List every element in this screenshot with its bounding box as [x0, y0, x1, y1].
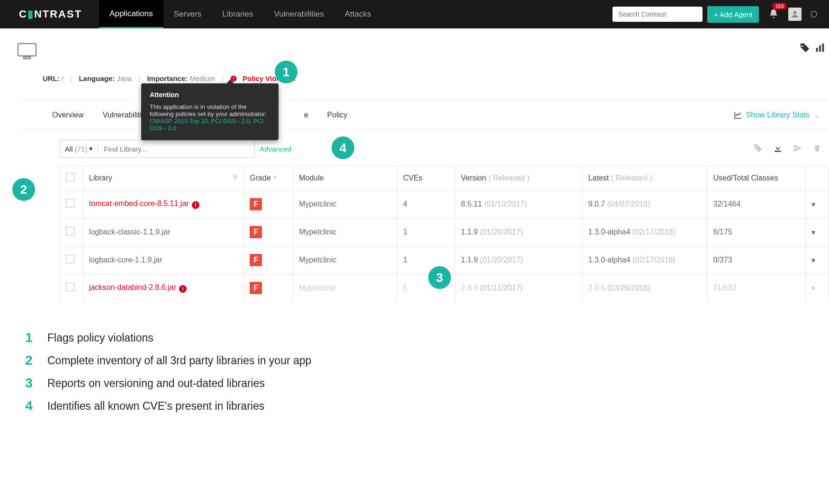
classes-cell: 32/1464	[707, 190, 806, 218]
overflow-char: O	[810, 9, 818, 20]
callout-1: 1	[275, 61, 297, 83]
col-library[interactable]: Library ⇅	[83, 166, 243, 190]
library-name[interactable]: jackson-databind-2.8.6.jar	[89, 283, 176, 291]
col-version[interactable]: Version ( Released )	[455, 166, 583, 190]
legend-number: 1	[22, 330, 36, 345]
legend-number: 3	[22, 376, 36, 391]
find-library-input[interactable]	[98, 140, 254, 157]
legend-number: 2	[22, 353, 36, 368]
notifications-button[interactable]: 168	[768, 9, 779, 20]
nav-libraries[interactable]: Libraries	[212, 0, 263, 28]
module-cell: Mypetclinic	[293, 190, 397, 218]
alert-icon: !	[179, 285, 187, 293]
select-all-checkbox[interactable]	[66, 173, 74, 181]
grade-badge: F	[250, 254, 262, 266]
col-cves[interactable]: CVEs	[397, 166, 455, 190]
importance-label: Importance:	[147, 74, 188, 82]
row-checkbox[interactable]	[66, 199, 74, 207]
bell-icon	[768, 9, 779, 19]
logo-text: C	[19, 8, 27, 20]
latest-cell: 2.9.5 (03/26/2018)	[582, 274, 707, 302]
expand-row[interactable]: ▾	[806, 246, 829, 274]
tab-policy[interactable]: Policy	[318, 111, 357, 119]
svg-rect-3	[819, 45, 821, 52]
legend-row: 1Flags policy violations	[22, 330, 829, 345]
row-checkbox[interactable]	[66, 227, 74, 235]
legend-text: Flags policy violations	[47, 332, 153, 344]
app-meta-row: URL: / | Language: Java | Importance: Me…	[43, 74, 829, 82]
latest-cell: 1.3.0-alpha4 (02/17/2018)	[582, 218, 707, 246]
classes-cell: 41/582	[707, 274, 806, 302]
legend-row: 4Identifies all known CVE's present in l…	[22, 398, 829, 414]
callout-2: 2	[12, 178, 35, 201]
trash-icon[interactable]	[813, 144, 821, 154]
top-nav: C▮NTRAST Applications Servers Libraries …	[0, 0, 829, 28]
advanced-link[interactable]: Advanced	[260, 145, 291, 153]
legend-list: 1Flags policy violations2Complete invent…	[22, 330, 829, 414]
callout-3: 3	[428, 266, 451, 289]
tooltip-policy-links[interactable]: OWASP 2013 Top 10, PCI DSS - 2.0, PCI DS…	[150, 117, 263, 132]
col-module[interactable]: Module	[293, 166, 397, 190]
classes-cell: 6/175	[707, 218, 806, 246]
importance-value: Medium	[189, 74, 215, 82]
show-stats-label: Show Library Stats	[746, 111, 810, 119]
library-name[interactable]: logback-core-1.1.9.jar	[89, 256, 162, 264]
chevron-down-icon: ⌄	[813, 111, 820, 120]
expand-row[interactable]: ▾	[806, 274, 829, 302]
filter-all-dropdown[interactable]: All (71) ▾	[60, 144, 98, 153]
add-agent-button[interactable]: + Add Agent	[707, 6, 759, 23]
caret-down-icon: ▾	[89, 144, 93, 153]
nav-servers[interactable]: Servers	[163, 0, 212, 28]
svg-rect-6	[233, 77, 234, 79]
show-library-stats-button[interactable]: Show Library Stats ⌄	[734, 111, 820, 120]
nav-attacks[interactable]: Attacks	[334, 0, 382, 28]
grade-badge: F	[250, 282, 262, 294]
library-name[interactable]: tomcat-embed-core-8.5.11.jar	[89, 199, 189, 207]
download-icon[interactable]	[773, 144, 783, 154]
grade-badge: F	[250, 198, 262, 210]
tag-icon[interactable]	[800, 43, 810, 54]
notification-count-badge: 168	[772, 3, 786, 9]
library-name[interactable]: logback-classic-1.1.9.jar	[89, 228, 171, 236]
row-checkbox[interactable]	[66, 283, 74, 291]
legend-number: 4	[22, 398, 36, 414]
logo-accent-icon: ▮	[27, 8, 34, 20]
table-row: logback-classic-1.1.9.jarFMypetclinic11.…	[60, 218, 829, 246]
expand-row[interactable]: ▾	[806, 190, 829, 218]
app-tabs: Overview Vulnerabilities e Policy Show L…	[17, 100, 829, 130]
col-classes[interactable]: Used/Total Classes	[707, 166, 806, 190]
legend-row: 2Complete inventory of all 3rd party lib…	[22, 353, 829, 368]
legend-text: Complete inventory of all 3rd party libr…	[47, 354, 311, 367]
table-row: tomcat-embed-core-8.5.11.jar!FMypetclini…	[60, 190, 829, 218]
user-avatar[interactable]	[788, 8, 802, 21]
cves-cell: 1	[397, 218, 455, 246]
svg-rect-4	[822, 44, 824, 52]
logo: C▮NTRAST	[19, 8, 82, 20]
module-cell: Mypetclinic	[293, 246, 397, 274]
version-cell: 2.8.6 (01/11/2017)	[455, 274, 583, 302]
policy-tooltip: Attention This application is in violati…	[141, 83, 279, 140]
url-value: /	[62, 74, 63, 82]
svg-rect-0	[18, 44, 36, 56]
sort-active-icon: ⌃	[273, 175, 278, 182]
nav-applications[interactable]: Applications	[99, 0, 163, 28]
tooltip-title: Attention	[150, 91, 270, 99]
monitor-icon	[17, 43, 37, 60]
send-icon[interactable]	[793, 144, 802, 154]
col-latest[interactable]: Latest ( Released )	[582, 166, 707, 190]
tag-action-icon[interactable]	[753, 144, 763, 154]
col-grade[interactable]: Grade ⌃	[244, 166, 293, 190]
stats-icon[interactable]	[815, 43, 825, 54]
nav-vulnerabilities[interactable]: Vulnerabilities	[264, 0, 334, 28]
search-input[interactable]	[613, 7, 703, 22]
table-header: Library ⇅ Grade ⌃ Module CVEs Version ( …	[60, 166, 829, 190]
version-cell: 1.1.9 (01/20/2017)	[455, 218, 583, 246]
language-label: Language:	[79, 74, 115, 82]
tab-hidden-e[interactable]: e	[295, 111, 318, 119]
tab-overview[interactable]: Overview	[43, 111, 93, 119]
expand-row[interactable]: ▾	[806, 218, 829, 246]
language-value: Java	[117, 74, 132, 82]
logo-text-2: NTRAST	[34, 8, 82, 20]
row-checkbox[interactable]	[66, 255, 74, 263]
alert-icon: !	[192, 201, 199, 209]
